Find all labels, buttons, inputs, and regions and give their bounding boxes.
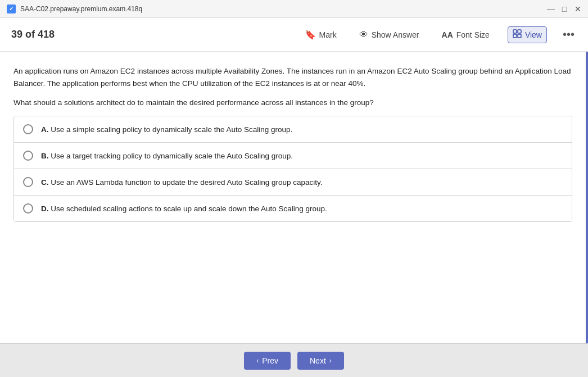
svg-rect-2 [513,34,517,38]
font-size-icon: AA [442,30,453,39]
view-button[interactable]: View [508,26,547,43]
prev-button[interactable]: ‹ Prev [244,352,291,370]
bookmark-icon: 🔖 [305,29,316,40]
options-container: A. Use a simple scaling policy to dynami… [13,116,572,222]
svg-rect-1 [518,30,521,33]
nav-actions: 🔖 Mark 👁 Show Answer AA Font Size View •… [300,26,577,43]
svg-rect-3 [518,34,521,38]
nav-bar: 39 of 418 🔖 Mark 👁 Show Answer AA Font S… [0,18,588,52]
font-size-button[interactable]: AA Font Size [437,28,494,42]
show-answer-label: Show Answer [372,30,419,39]
minimize-button[interactable]: — [548,6,554,12]
option-b[interactable]: B. Use a target tracking policy to dynam… [14,143,572,169]
svg-rect-0 [513,30,517,33]
option-a[interactable]: A. Use a simple scaling policy to dynami… [14,116,572,143]
option-a-label: A. Use a simple scaling policy to dynami… [41,125,292,134]
option-a-radio[interactable] [23,124,33,134]
bottom-bar: ‹ Prev Next › [0,343,588,377]
option-d-label: D. Use scheduled scaling actions to scal… [41,205,327,213]
question-prompt: What should a solutions architect do to … [13,98,572,107]
title-bar-left: ✓ SAA-C02.prepaway.premium.exam.418q [7,4,142,13]
option-b-label: B. Use a target tracking policy to dynam… [41,152,293,160]
option-c-label: C. Use an AWS Lambda function to update … [41,178,323,187]
mark-label: Mark [319,30,337,39]
main-content: An application runs on Amazon EC2 instan… [0,52,588,343]
view-label: View [525,30,542,39]
prev-icon: ‹ [256,357,259,365]
question-body: An application runs on Amazon EC2 instan… [13,65,572,89]
option-d[interactable]: D. Use scheduled scaling actions to scal… [14,196,572,221]
maximize-button[interactable]: □ [561,6,568,12]
next-icon: › [329,357,332,365]
title-bar: ✓ SAA-C02.prepaway.premium.exam.418q — □… [0,0,588,18]
option-b-radio[interactable] [23,151,33,161]
more-button[interactable]: ••• [560,26,577,43]
question-counter: 39 of 418 [11,29,55,40]
close-button[interactable]: ✕ [575,6,581,12]
show-answer-button[interactable]: 👁 Show Answer [355,28,424,42]
option-c-radio[interactable] [23,177,33,187]
title-bar-text: SAA-C02.prepaway.premium.exam.418q [20,5,142,13]
option-c[interactable]: C. Use an AWS Lambda function to update … [14,169,572,196]
option-d-radio[interactable] [23,203,33,214]
title-bar-controls: — □ ✕ [548,6,581,12]
font-size-label: Font Size [456,30,490,39]
eye-icon: 👁 [359,30,368,40]
next-label: Next [310,356,326,365]
mark-button[interactable]: 🔖 Mark [300,27,341,42]
prev-label: Prev [262,356,278,365]
app-icon: ✓ [7,4,16,13]
view-icon [513,29,522,40]
next-button[interactable]: Next › [297,352,344,370]
